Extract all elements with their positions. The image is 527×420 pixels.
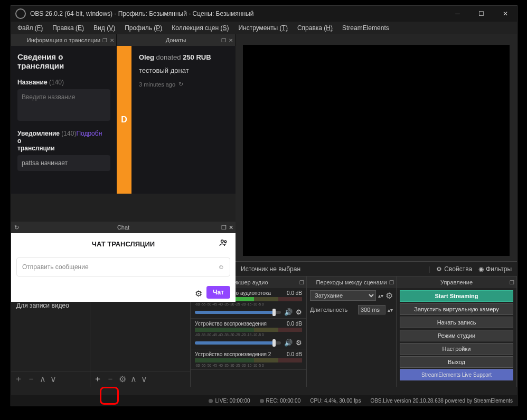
add-scene-button[interactable]: ＋	[14, 374, 23, 385]
add-source-button[interactable]: ＋	[93, 374, 102, 385]
mute-icon[interactable]: 🔊	[284, 308, 293, 316]
donate-line: Oleg donated 250 RUB	[139, 53, 228, 61]
svg-point-0	[221, 240, 224, 243]
move-up-button[interactable]: ∧	[130, 374, 137, 384]
track-settings-icon[interactable]: ⚙	[296, 308, 302, 316]
chat-dock: ↻ Chat ❐ ✕ ЧАТ ТРАНСЛЯЦИИ Отправить сооб…	[11, 222, 236, 302]
start-streaming-button[interactable]: Start Streaming	[400, 290, 513, 302]
transition-stepper[interactable]: ▴▾	[378, 293, 383, 299]
transitions-title: Переходы между сценами	[316, 279, 387, 285]
status-version: OBS.Live version 20.10.28.638 powered by…	[370, 398, 513, 404]
obs-logo-icon	[15, 8, 26, 19]
properties-button[interactable]: ⚙Свойства	[436, 265, 472, 273]
undock-icon[interactable]: ❐	[101, 37, 108, 43]
move-down-button[interactable]: ∨	[141, 374, 147, 384]
sources-toolbar: ＋ － ⚙ ∧ ∨	[90, 371, 190, 387]
chat-refresh-icon[interactable]: ↻	[14, 224, 19, 231]
gear-icon: ⚙	[436, 265, 442, 273]
no-source-label: Источник не выбран	[241, 265, 300, 273]
mute-icon[interactable]: 🔊	[284, 339, 293, 347]
stream-info-panel: Сведения о трансляции Название (140) Уве…	[11, 46, 117, 194]
preview-canvas[interactable]	[243, 45, 510, 256]
obs-window: OBS 26.0.2 (64-bit, windows) - Профиль: …	[11, 5, 517, 406]
emoji-icon[interactable]: ☺	[218, 263, 224, 271]
undock-icon[interactable]: ❐	[299, 280, 304, 285]
remove-scene-button[interactable]: －	[27, 374, 35, 385]
donates-panel: D Oleg donated 250 RUB тестовый донат 3 …	[117, 46, 236, 194]
transition-settings-icon[interactable]: ⚙	[385, 291, 393, 301]
undock-icon[interactable]: ❐	[389, 280, 394, 285]
status-rec: REC: 00:00:00	[260, 398, 301, 404]
move-down-button[interactable]: ∨	[50, 374, 57, 384]
mixer-track: Устройство воспроизведения 20.0 dB -60 -…	[191, 349, 306, 370]
menu-view[interactable]: Вид (V)	[89, 23, 119, 33]
menu-streamelements[interactable]: StreamElements	[338, 23, 393, 33]
menu-file[interactable]: Файл (F)	[13, 23, 47, 33]
filters-button[interactable]: ◉Фильтры	[478, 265, 512, 273]
duration-input[interactable]	[358, 305, 385, 314]
menu-edit[interactable]: Правка (E)	[48, 23, 88, 33]
maximize-button[interactable]: ☐	[469, 6, 493, 22]
volume-slider[interactable]	[195, 341, 281, 345]
close-dock-icon[interactable]: ✕	[229, 224, 233, 231]
donate-badge: D	[117, 46, 131, 194]
donate-message: тестовый донат	[139, 66, 228, 74]
studio-mode-button[interactable]: Режим студии	[400, 330, 513, 341]
controls-panel: Управление❐ Start Streaming Запустить ви…	[397, 276, 517, 387]
undock-icon[interactable]: ❐	[510, 280, 514, 285]
remove-source-button[interactable]: －	[106, 374, 115, 385]
filter-icon: ◉	[478, 265, 484, 273]
chat-settings-icon[interactable]: ⚙	[195, 289, 202, 299]
statusbar: LIVE: 00:00:00 REC: 00:00:00 CPU: 4.4%, …	[11, 395, 517, 406]
stream-title-input[interactable]	[17, 89, 110, 121]
stream-notification-input[interactable]: pattsa начинает	[17, 155, 110, 171]
menubar: Файл (F) Правка (E) Вид (V) Профиль (P) …	[11, 22, 517, 34]
minimize-button[interactable]: ─	[446, 6, 469, 22]
virtual-camera-button[interactable]: Запустить виртуальную камеру	[400, 303, 513, 315]
undock-icon[interactable]: ❐	[220, 37, 227, 43]
duration-label: Длительность	[310, 307, 356, 313]
status-live: LIVE: 00:00:00	[209, 398, 250, 404]
status-cpu: CPU: 4.4%, 30.00 fps	[310, 398, 361, 404]
menu-scene-collection[interactable]: Коллекция сцен (S)	[167, 23, 233, 33]
notification-details-link[interactable]: Подробн	[76, 130, 102, 137]
chat-title: ЧАТ ТРАНСЛЯЦИИ	[11, 233, 236, 254]
menu-help[interactable]: Справка (H)	[293, 23, 337, 33]
refresh-icon[interactable]: ↻	[178, 81, 183, 88]
chat-send-button[interactable]: Чат	[206, 286, 230, 299]
close-button[interactable]: ✕	[493, 6, 517, 22]
dock-header-donates: Донаты ❐✕	[117, 34, 236, 46]
volume-slider[interactable]	[195, 311, 281, 314]
exit-button[interactable]: Выход	[400, 356, 513, 368]
controls-title: Управление	[440, 279, 473, 285]
duration-stepper[interactable]: ▴▾	[388, 307, 393, 313]
notification-label: Уведомление (140)Подробн о трансляции	[17, 130, 110, 152]
transitions-panel: Переходы между сценами❐ Затухание ▴▾ ⚙ Д…	[307, 276, 397, 387]
mixer-track: Устройство воспроизведения0.0 dB -60 -55…	[191, 319, 306, 349]
menu-tools[interactable]: Инструменты (T)	[234, 23, 292, 33]
stream-info-heading: Сведения о трансляции	[17, 52, 110, 70]
se-support-button[interactable]: StreamElements Live Support	[400, 369, 513, 380]
close-dock-icon[interactable]: ✕	[109, 37, 115, 43]
people-icon[interactable]	[219, 238, 228, 250]
title-label: Название (140)	[17, 79, 110, 86]
move-up-button[interactable]: ∧	[40, 374, 46, 384]
window-title: OBS 26.0.2 (64-bit, windows) - Профиль: …	[30, 10, 446, 17]
track-settings-icon[interactable]: ⚙	[296, 339, 302, 347]
donate-time: 3 minutes ago ↻	[139, 81, 228, 88]
start-recording-button[interactable]: Начать запись	[400, 317, 513, 328]
close-dock-icon[interactable]: ✕	[228, 37, 234, 43]
settings-button[interactable]: Настройки	[400, 343, 513, 355]
titlebar: OBS 26.0.2 (64-bit, windows) - Профиль: …	[11, 6, 517, 22]
dock-header-stream-info: Информация о трансляции ❐✕	[11, 34, 117, 46]
scenes-toolbar: ＋ － ∧ ∨	[11, 371, 90, 387]
chat-dock-title: Chat	[11, 224, 236, 231]
transition-select[interactable]: Затухание	[310, 290, 376, 301]
menu-profile[interactable]: Профиль (P)	[120, 23, 166, 33]
svg-point-1	[224, 241, 227, 243]
undock-icon[interactable]: ❐	[221, 224, 227, 231]
source-settings-button[interactable]: ⚙	[119, 374, 126, 384]
chat-input[interactable]: Отправить сообщение ☺	[16, 257, 230, 276]
